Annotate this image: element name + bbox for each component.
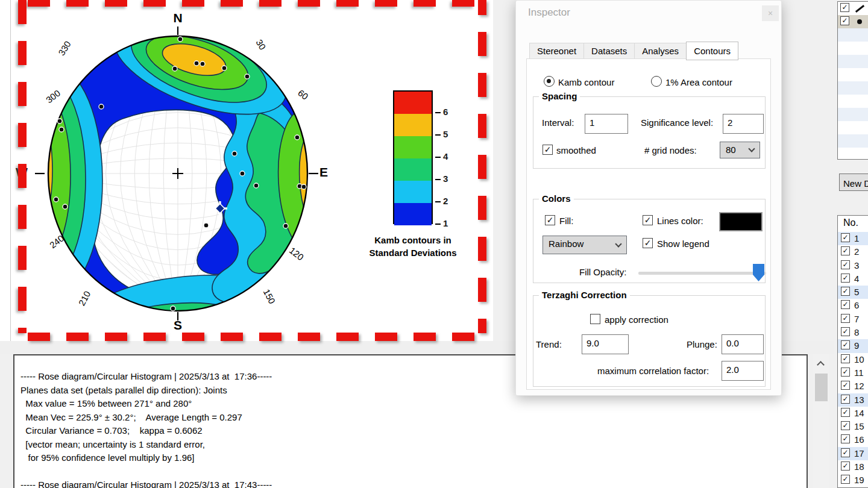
row-checkbox[interactable]: ✓ [841, 448, 850, 457]
max-correlation-input[interactable]: 2.0 [722, 361, 764, 381]
area-contour-label: 1% Area contour [665, 77, 732, 87]
table-row[interactable]: ✓8 [838, 326, 868, 339]
row-checkbox[interactable]: ✓ [841, 434, 850, 443]
data-point [301, 184, 306, 189]
new-dataset-button[interactable]: New D [839, 174, 868, 191]
row-number: 10 [854, 354, 864, 364]
legend-caption: Kamb contours in Standard Deviations [347, 234, 479, 259]
table-row[interactable]: ✓4 [838, 272, 868, 286]
kamb-contour-radio[interactable] [544, 76, 555, 87]
table-row[interactable]: ✓13 [838, 393, 868, 407]
console-scrollbar[interactable] [813, 354, 829, 488]
close-icon[interactable]: × [762, 5, 779, 21]
lines-color-checkbox[interactable]: ✓ [643, 215, 653, 225]
table-row[interactable]: ✓7 [838, 313, 868, 326]
row-checkbox[interactable]: ✓ [841, 368, 850, 377]
table-row[interactable]: ✓3 [838, 259, 868, 272]
row-checkbox[interactable]: ✓ [841, 340, 850, 349]
table-row[interactable]: ✓1 [838, 232, 868, 245]
row-number: 18 [854, 461, 864, 472]
compass-label-north: N [173, 11, 182, 25]
palette-dropdown[interactable]: Rainbow [542, 236, 627, 254]
row-checkbox[interactable]: ✓ [841, 260, 850, 269]
table-row[interactable]: ✓15 [838, 420, 868, 433]
table-row[interactable]: ✓5 [838, 286, 868, 299]
row-checkbox[interactable]: ✓ [841, 461, 850, 471]
table-row[interactable]: ✓18 [838, 460, 868, 474]
chevron-down-icon [615, 240, 621, 247]
row-checkbox[interactable]: ✓ [841, 233, 850, 242]
trend-input[interactable]: 9.0 [582, 334, 629, 354]
smoothed-checkbox[interactable]: ✓ [542, 145, 553, 155]
console-text: ----- Rose diagram/Circular Histogram | … [20, 370, 272, 488]
row-number: 9 [854, 340, 859, 351]
row-checkbox[interactable]: ✓ [841, 408, 850, 417]
data-number-table[interactable]: No. ✓1✓2✓3✓4✓5✓6✓7✓8✓9✓10✓11✓12✓13✓14✓15… [837, 215, 868, 488]
dataset-visible-checkbox[interactable]: ✓ [840, 3, 849, 12]
data-point [200, 61, 205, 66]
selection-marquee-bottom [28, 333, 477, 341]
row-checkbox[interactable]: ✓ [841, 354, 850, 363]
significance-input[interactable]: 2 [723, 114, 764, 134]
table-row[interactable]: ✓10 [838, 353, 868, 366]
dataset-visible-checkbox[interactable]: ✓ [840, 16, 849, 25]
table-row[interactable]: ✓6 [838, 299, 868, 312]
plunge-label: Plunge: [687, 339, 717, 349]
fill-checkbox[interactable]: ✓ [545, 215, 555, 225]
data-point [172, 66, 177, 71]
lines-color-label: Lines color: [657, 216, 703, 226]
terzaghi-group: Terzaghi Correction apply correction Tre… [533, 295, 766, 387]
table-row[interactable]: ✓19 [838, 474, 868, 487]
row-checkbox[interactable]: ✓ [841, 421, 850, 430]
data-point [194, 61, 199, 66]
tab-analyses[interactable]: Analyses [634, 43, 686, 59]
scrollbar-up-button[interactable] [813, 357, 829, 370]
row-checkbox[interactable]: ✓ [841, 300, 850, 309]
table-row[interactable]: ✓14 [838, 407, 868, 420]
tab-datasets[interactable]: Datasets [583, 43, 634, 59]
spacing-legend: Spacing [539, 91, 580, 101]
row-checkbox[interactable]: ✓ [841, 314, 850, 323]
fill-opacity-slider-thumb[interactable] [753, 264, 764, 281]
row-checkbox[interactable]: ✓ [841, 287, 850, 296]
show-legend-checkbox[interactable]: ✓ [643, 238, 653, 248]
console-line: [vector mean; uncertainty is 1 standard … [20, 438, 272, 452]
table-row[interactable]: ✓16 [838, 433, 868, 446]
data-point [204, 223, 209, 228]
table-row[interactable]: ✓9 [838, 339, 868, 352]
pole-symbol-icon [857, 19, 862, 24]
table-row[interactable]: ✓2 [838, 245, 868, 258]
plunge-input[interactable]: 0.0 [722, 334, 764, 354]
grid-nodes-dropdown[interactable]: 80 [720, 142, 760, 158]
dataset-symbol-list[interactable]: ✓ ✓ [837, 1, 868, 160]
row-checkbox[interactable]: ✓ [841, 381, 850, 390]
tab-contours[interactable]: Contours [686, 42, 738, 60]
dataset-row-poles[interactable]: ✓ [838, 15, 868, 28]
legend-tick-mark [435, 157, 441, 158]
row-number: 5 [854, 287, 859, 297]
stereonet-plot-window[interactable]: N S W E 654321 Kamb contours in Standard… [0, 0, 493, 344]
inspector-panel[interactable]: Inspector × StereonetDatasetsAnalysesCon… [515, 0, 782, 396]
inspector-title: Inspector [528, 7, 570, 19]
grid-nodes-label: # grid nodes: [644, 145, 697, 155]
table-row[interactable]: ✓11 [838, 366, 868, 380]
interval-input[interactable]: 1 [585, 114, 628, 134]
apply-correction-checkbox[interactable] [590, 314, 600, 324]
table-row[interactable]: ✓12 [838, 380, 868, 393]
scrollbar-thumb[interactable] [815, 374, 828, 401]
dataset-row-planes[interactable]: ✓ [838, 2, 868, 15]
line-color-swatch[interactable] [719, 212, 763, 231]
area-contour-radio[interactable] [651, 76, 662, 87]
row-checkbox[interactable]: ✓ [841, 246, 850, 255]
row-number: 3 [854, 260, 859, 271]
fill-opacity-slider-track[interactable] [638, 272, 766, 275]
spacing-group: Spacing Interval: 1 Significance level: … [533, 96, 766, 169]
row-number: 7 [854, 314, 859, 324]
row-checkbox[interactable]: ✓ [841, 395, 850, 404]
row-checkbox[interactable]: ✓ [841, 327, 850, 336]
table-row[interactable]: ✓17 [838, 447, 868, 460]
row-checkbox[interactable]: ✓ [841, 274, 850, 283]
row-checkbox[interactable]: ✓ [841, 475, 850, 484]
tab-stereonet[interactable]: Stereonet [529, 43, 583, 59]
console-line: Circular Variance = 0.703; kappa = 0.606… [20, 424, 272, 438]
